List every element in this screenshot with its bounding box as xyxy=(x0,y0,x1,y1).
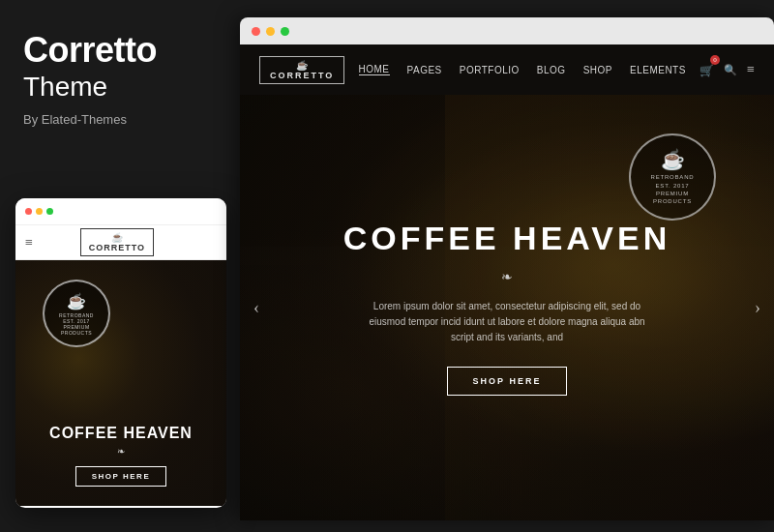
hero-next-arrow[interactable]: › xyxy=(755,298,760,318)
mobile-badge: ☕ RETROBANDEST. 2017PREMIUMPRODUCTS xyxy=(43,280,110,347)
mobile-navbar: ≡ ☕ CORRETTO xyxy=(15,225,226,260)
left-panel: Corretto Theme By Elated-Themes ≡ ☕ CORR… xyxy=(0,0,240,532)
mobile-mockup: ≡ ☕ CORRETTO ☕ RETROBANDEST. 2017PREMIUM… xyxy=(15,198,226,508)
desktop-logo[interactable]: ☕ CORRETTO xyxy=(259,56,344,84)
mobile-logo-icon: ☕ xyxy=(111,232,123,243)
desktop-logo-icon: ☕ xyxy=(296,60,308,71)
desktop-mockup: ☕ CORRETTO HOME PAGES PORTFOLIO BLOG SHO… xyxy=(240,17,774,520)
hero-prev-arrow[interactable]: ‹ xyxy=(253,298,259,318)
hero-divider-icon: ❧ xyxy=(501,269,513,285)
menu-icon[interactable]: ≡ xyxy=(747,62,755,77)
hero-badge-text: RETROBANDEST. 2017PREMIUMPRODUCTS xyxy=(651,173,695,206)
mobile-hero: ☕ RETROBANDEST. 2017PREMIUMPRODUCTS COFF… xyxy=(15,260,226,506)
desktop-top-bar xyxy=(240,17,774,44)
hero-title: COFFEE HEAVEN xyxy=(343,220,671,257)
hero-description: Lorem ipsum dolor sit amet, consectetur … xyxy=(362,299,652,345)
mobile-shop-button[interactable]: SHOP HERE xyxy=(75,466,166,487)
nav-link-elements[interactable]: ELEMENTS xyxy=(630,65,686,75)
theme-author: By Elated-Themes xyxy=(23,112,217,127)
mobile-top-bar xyxy=(15,198,226,225)
mobile-hamburger-icon[interactable]: ≡ xyxy=(25,235,33,251)
mobile-badge-icon: ☕ xyxy=(67,292,86,310)
desktop-navbar: ☕ CORRETTO HOME PAGES PORTFOLIO BLOG SHO… xyxy=(240,44,774,95)
cart-icon[interactable]: 🛒 0 xyxy=(700,61,714,78)
search-icon[interactable]: 🔍 xyxy=(724,64,737,76)
theme-subtitle: Theme xyxy=(23,72,217,103)
mobile-logo: ☕ CORRETTO xyxy=(80,228,154,256)
desktop-dot-yellow xyxy=(266,27,275,36)
desktop-nav-links: HOME PAGES PORTFOLIO BLOG SHOP ELEMENTS xyxy=(359,64,686,75)
desktop-hero: ☕ RETROBANDEST. 2017PREMIUMPRODUCTS COFF… xyxy=(240,95,774,520)
mobile-hero-title: COFFEE HEAVEN xyxy=(49,425,193,442)
cart-count: 0 xyxy=(710,55,720,65)
desktop-hero-badge: ☕ RETROBANDEST. 2017PREMIUMPRODUCTS xyxy=(629,133,716,221)
desktop-logo-text: CORRETTO xyxy=(270,71,334,80)
mobile-traffic-lights xyxy=(25,208,53,215)
nav-link-home[interactable]: HOME xyxy=(359,64,390,75)
hero-badge-icon: ☕ xyxy=(661,148,685,171)
desktop-dot-green xyxy=(281,27,289,36)
theme-title: Corretto xyxy=(23,31,217,70)
cart-symbol: 🛒 xyxy=(700,64,714,77)
mobile-dot-green xyxy=(46,208,53,215)
nav-link-portfolio[interactable]: PORTFOLIO xyxy=(460,65,520,75)
hero-content: COFFEE HEAVEN ❧ Lorem ipsum dolor sit am… xyxy=(285,220,729,396)
nav-link-shop[interactable]: SHOP xyxy=(583,65,612,75)
nav-link-blog[interactable]: BLOG xyxy=(537,65,566,75)
mobile-dot-yellow xyxy=(36,208,43,215)
desktop-dot-red xyxy=(252,27,260,36)
desktop-shop-button[interactable]: SHOP HERE xyxy=(447,367,568,396)
mobile-dot-red xyxy=(25,208,32,215)
mobile-badge-text: RETROBANDEST. 2017PREMIUMPRODUCTS xyxy=(59,312,94,336)
mobile-divider-icon: ❧ xyxy=(117,446,125,457)
mobile-logo-text: CORRETTO xyxy=(89,243,145,252)
desktop-nav-icons: 🛒 0 🔍 ≡ xyxy=(700,61,755,78)
nav-link-pages[interactable]: PAGES xyxy=(407,65,442,75)
